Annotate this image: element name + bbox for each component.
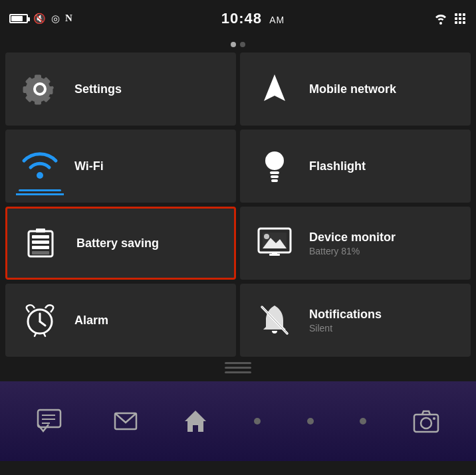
- flashlight-text: Flashlight: [309, 159, 366, 173]
- alarm-icon-box: [16, 294, 64, 347]
- svg-rect-6: [455, 21, 457, 24]
- svg-rect-16: [32, 235, 49, 238]
- tile-device-monitor[interactable]: Device monitor Battery 81%: [240, 207, 471, 280]
- svg-rect-15: [36, 229, 45, 233]
- svg-point-10: [265, 151, 284, 170]
- settings-icon-box: [16, 62, 64, 116]
- nav-dot-1: [254, 418, 261, 425]
- svg-rect-3: [455, 17, 457, 20]
- svg-rect-13: [271, 179, 278, 182]
- battery-saving-icon-box: [18, 217, 66, 270]
- battery-saving-text: Battery saving: [76, 237, 159, 250]
- wifi-icon-box: [16, 140, 64, 193]
- bulb-icon: [261, 149, 288, 183]
- status-time: 10:48 AM: [221, 10, 285, 27]
- svg-rect-5: [463, 17, 465, 20]
- wifi-text: Wi-Fi: [74, 159, 104, 173]
- status-right-icons: [433, 12, 467, 25]
- wifi-label: Wi-Fi: [74, 159, 104, 173]
- svg-rect-0: [455, 13, 457, 16]
- nav-dot-2: [307, 418, 314, 425]
- svg-point-40: [421, 418, 431, 428]
- notifications-label: Notifications: [309, 308, 382, 322]
- time-display: 10:48: [221, 10, 262, 27]
- svg-rect-11: [270, 171, 279, 174]
- flashlight-icon-box: [251, 140, 298, 193]
- nav-camera[interactable]: [413, 409, 439, 433]
- svg-rect-19: [32, 251, 49, 254]
- svg-rect-2: [463, 13, 465, 16]
- device-monitor-label: Device monitor: [309, 231, 396, 244]
- svg-rect-8: [463, 21, 465, 24]
- page-dot-2: [240, 42, 245, 47]
- vibrate-icon: 🔇: [33, 13, 46, 25]
- wifi-icon: [21, 151, 59, 181]
- svg-point-41: [433, 417, 435, 420]
- nav-dot-3: [360, 418, 366, 425]
- page-dots: [5, 42, 471, 47]
- blackberry-icon: [453, 12, 467, 25]
- tile-notifications[interactable]: Notifications Silent: [240, 284, 471, 357]
- svg-line-30: [44, 333, 45, 336]
- alarm-label: Alarm: [74, 314, 108, 328]
- notifications-sublabel: Silent: [309, 323, 382, 333]
- handle-line-2: [225, 367, 251, 369]
- handle-line-1: [225, 362, 251, 364]
- nfc-icon: N: [65, 13, 72, 24]
- tile-wifi[interactable]: Wi-Fi: [5, 130, 236, 203]
- notifications-icon-box: [251, 294, 298, 347]
- tiles-grid: Settings Mobile network: [5, 52, 471, 357]
- svg-rect-17: [32, 240, 49, 244]
- status-bar: 🔇 ◎ N 10:48 AM: [0, 0, 476, 37]
- wifi-active-bar: [19, 189, 61, 191]
- svg-rect-12: [271, 175, 279, 178]
- wifi-status-icon: [433, 13, 448, 25]
- device-monitor-sublabel: Battery 81%: [309, 246, 396, 256]
- alarm-text: Alarm: [74, 314, 108, 328]
- main-content: Settings Mobile network: [0, 37, 476, 381]
- nav-bar: [0, 381, 476, 461]
- device-monitor-text: Device monitor Battery 81%: [309, 231, 396, 256]
- handle-line-3: [225, 371, 251, 373]
- svg-rect-4: [459, 17, 461, 20]
- svg-rect-18: [32, 246, 49, 249]
- notifications-text: Notifications Silent: [309, 308, 382, 333]
- nav-email[interactable]: [114, 409, 138, 433]
- nav-home[interactable]: [183, 409, 207, 433]
- svg-point-9: [37, 172, 43, 179]
- svg-rect-1: [459, 13, 461, 16]
- battery-saving-icon: [26, 226, 58, 260]
- alarm-icon: [23, 303, 57, 337]
- mobile-network-icon-box: [251, 62, 298, 116]
- battery-saving-label: Battery saving: [76, 237, 159, 250]
- svg-line-28: [40, 322, 45, 326]
- signal-icon: [260, 72, 289, 106]
- mobile-network-text: Mobile network: [309, 82, 396, 96]
- monitor-icon: [257, 226, 292, 260]
- tile-battery-saving[interactable]: Battery saving: [5, 207, 236, 280]
- settings-label: Settings: [74, 82, 122, 96]
- battery-icon: [9, 14, 28, 23]
- settings-text: Settings: [74, 82, 122, 96]
- svg-marker-38: [185, 411, 206, 432]
- svg-point-23: [264, 234, 269, 239]
- page-dot-1: [231, 42, 236, 47]
- bell-mute-icon: [258, 303, 291, 337]
- scroll-handle: [5, 362, 471, 373]
- gear-icon: [23, 72, 57, 106]
- tile-settings[interactable]: Settings: [5, 52, 236, 126]
- tile-alarm[interactable]: Alarm: [5, 284, 236, 357]
- svg-rect-25: [272, 252, 277, 255]
- location-icon: ◎: [51, 13, 60, 25]
- tile-mobile-network[interactable]: Mobile network: [240, 52, 471, 126]
- handle-lines: [225, 362, 251, 373]
- tile-flashlight[interactable]: Flashlight: [240, 130, 471, 203]
- device-monitor-icon-box: [251, 217, 298, 270]
- mobile-network-label: Mobile network: [309, 82, 396, 96]
- status-left-icons: 🔇 ◎ N: [9, 13, 72, 25]
- svg-rect-7: [459, 21, 461, 24]
- svg-line-29: [35, 333, 36, 336]
- nav-messages[interactable]: [37, 406, 67, 436]
- flashlight-label: Flashlight: [309, 159, 366, 173]
- ampm-display: AM: [269, 15, 285, 25]
